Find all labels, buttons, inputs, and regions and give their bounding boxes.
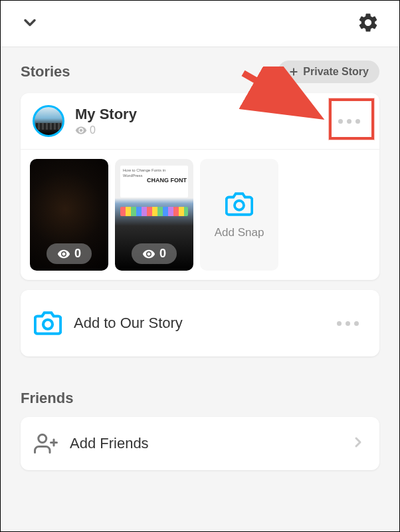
add-friends-label: Add Friends [70, 435, 350, 452]
my-story-title: My Story [75, 106, 330, 123]
svg-point-5 [43, 320, 52, 329]
our-story-more-button[interactable] [329, 305, 366, 342]
add-snap-label: Add Snap [215, 226, 264, 239]
my-story-info: My Story 0 [75, 106, 330, 136]
back-chevron-icon[interactable] [21, 13, 39, 35]
my-story-view-count: 0 [90, 124, 96, 136]
private-story-button[interactable]: Private Story [278, 61, 379, 83]
snap-thumbnail[interactable]: How to Change Fonts in WordPress CHANG F… [115, 159, 193, 271]
snap-thumbnail[interactable]: 0 [30, 159, 108, 271]
eye-icon [142, 247, 155, 261]
friends-title: Friends [21, 390, 73, 407]
snap-view-count: 0 [159, 247, 166, 261]
friends-section-header: Friends [1, 376, 399, 417]
stories-title: Stories [21, 63, 70, 80]
camera-icon [34, 309, 62, 337]
plus-icon [288, 66, 299, 77]
my-story-avatar[interactable] [33, 105, 64, 137]
app-header [1, 1, 399, 47]
eye-icon [57, 247, 70, 261]
add-snap-button[interactable]: Add Snap [200, 159, 278, 271]
more-dots-icon [338, 119, 360, 124]
camera-icon [225, 190, 253, 218]
stories-section-header: Stories Private Story [1, 47, 399, 93]
svg-point-6 [39, 435, 47, 443]
private-story-label: Private Story [303, 66, 369, 78]
snap-view-count: 0 [74, 247, 81, 261]
add-friend-icon [34, 432, 58, 456]
snap-overlay-big: CHANG FONT [147, 178, 187, 184]
svg-point-4 [235, 201, 244, 210]
more-dots-icon [337, 321, 359, 326]
friends-section: Friends Add Friends [1, 376, 399, 470]
chevron-right-icon [350, 434, 366, 453]
my-story-views: 0 [75, 124, 330, 136]
my-story-card: My Story 0 [21, 93, 379, 280]
add-to-our-story-label: Add to Our Story [74, 315, 329, 332]
add-to-our-story-card[interactable]: Add to Our Story [21, 290, 379, 356]
my-story-snaps-row: 0 How to Change Fonts in WordPress CHANG… [21, 150, 379, 280]
my-story-more-button[interactable] [330, 102, 367, 140]
settings-gear-icon[interactable] [357, 11, 379, 37]
add-friends-card[interactable]: Add Friends [21, 417, 379, 470]
snap-view-pill: 0 [132, 243, 177, 264]
eye-icon [75, 124, 87, 136]
snap-view-pill: 0 [47, 243, 92, 264]
my-story-header[interactable]: My Story 0 [21, 93, 379, 150]
